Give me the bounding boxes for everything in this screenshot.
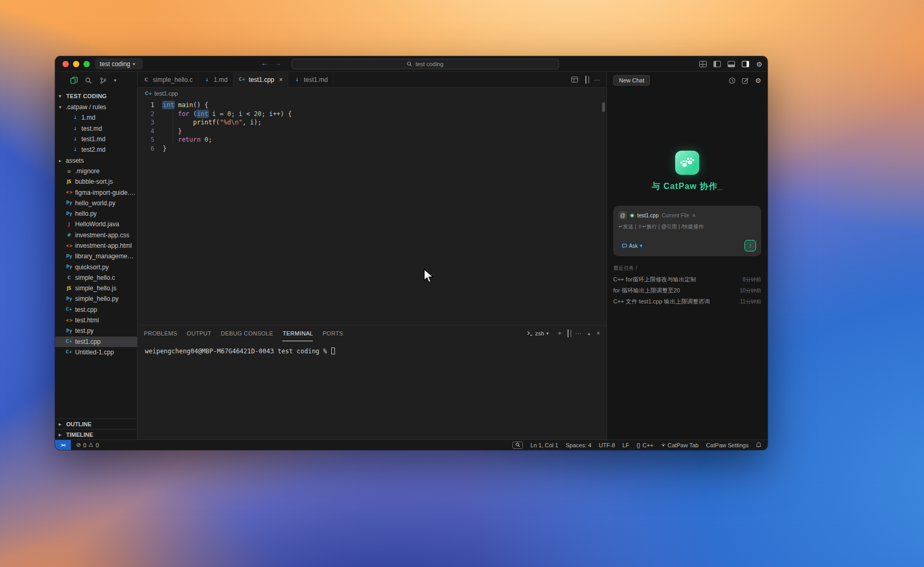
breadcrumb[interactable]: C+ test1.cpp bbox=[138, 88, 606, 99]
encoding[interactable]: UTF-8 bbox=[598, 442, 615, 448]
tree-item[interactable]: C+Untitled-1.cpp bbox=[55, 347, 137, 358]
split-editor-icon[interactable] bbox=[585, 76, 586, 83]
toggle-secondary-sidebar-icon[interactable] bbox=[742, 61, 749, 67]
panel-tab-ports[interactable]: PORTS bbox=[322, 326, 343, 341]
eol[interactable]: LF bbox=[623, 442, 629, 448]
gear-icon[interactable]: ⚙ bbox=[756, 60, 762, 68]
terminal[interactable]: weipengcheng04@MBP-M67G46421D-0043 test … bbox=[138, 341, 606, 439]
file-label: test1.md bbox=[81, 135, 106, 143]
tree-item[interactable]: Csimple_hello.c bbox=[55, 272, 137, 283]
tree-item[interactable]: ↓test2.md bbox=[55, 144, 137, 155]
task-item[interactable]: for 循环输出上限调整至2010分钟前 bbox=[613, 285, 761, 296]
notifications-bell-icon[interactable] bbox=[756, 442, 761, 448]
history-icon[interactable] bbox=[729, 77, 736, 84]
tree-item[interactable]: ↓test.md bbox=[55, 123, 137, 134]
tree-item[interactable]: Pytest.py bbox=[55, 326, 137, 336]
explorer-section-header[interactable]: ▾ TEST CODING bbox=[55, 91, 137, 101]
cursor-position[interactable]: Ln 1, Col 1 bbox=[530, 442, 558, 448]
tree-item[interactable]: C+test1.cpp bbox=[55, 337, 137, 347]
tree-item[interactable]: Pylibrary_management... bbox=[55, 251, 137, 261]
tree-item[interactable]: <>investment-app.html bbox=[55, 240, 137, 251]
close-panel-icon[interactable]: × bbox=[596, 330, 600, 337]
editor-tab[interactable]: Csimple_hello.c× bbox=[138, 72, 198, 88]
tree-item[interactable]: ≡.mignore bbox=[55, 166, 137, 176]
tree-item[interactable]: Pyhello_world.py bbox=[55, 198, 137, 208]
compose-icon[interactable] bbox=[742, 77, 749, 84]
file-tree[interactable]: ▾.catpaw / rules↓1.md↓test.md↓test1.md↓t… bbox=[55, 101, 137, 418]
catpaw-settings-icon[interactable]: ⚙ bbox=[755, 77, 761, 85]
close-window-button[interactable] bbox=[62, 61, 69, 67]
tree-item[interactable]: JSbubble-sort.js bbox=[55, 176, 137, 187]
task-item[interactable]: C++ 文件 test1.cpp 输出上限调整咨询11分钟前 bbox=[613, 296, 761, 307]
vscode-window: test coding ▾ ← → test coding ⚙ bbox=[55, 56, 768, 450]
more-actions-icon[interactable]: ··· bbox=[594, 76, 600, 83]
explorer-icon[interactable] bbox=[70, 77, 78, 85]
customize-layout-icon[interactable] bbox=[699, 61, 707, 67]
catpaw-settings-status[interactable]: CatPaw Settings bbox=[706, 442, 749, 448]
remote-indicator[interactable]: >< bbox=[55, 440, 71, 450]
timeline-section[interactable]: ▸ TIMELINE bbox=[55, 429, 137, 439]
editor-tab[interactable]: ↓1.md× bbox=[198, 72, 234, 88]
editor-scrollbar[interactable] bbox=[602, 102, 605, 112]
back-button[interactable]: ← bbox=[261, 59, 268, 67]
file-label: figma-import-guide.h... bbox=[75, 189, 137, 196]
tree-item[interactable]: Pyhello.py bbox=[55, 208, 137, 219]
terminal-cursor bbox=[331, 348, 335, 354]
tree-item[interactable]: #investment-app.css bbox=[55, 230, 137, 240]
titlebar[interactable]: test coding ▾ ← → test coding ⚙ bbox=[55, 56, 768, 72]
code-editor[interactable]: 1int main() {2 for (int i = 0; i < 20; i… bbox=[138, 99, 606, 325]
tree-item[interactable]: ↓test1.md bbox=[55, 134, 137, 144]
panel-tab-problems[interactable]: PROBLEMS bbox=[144, 326, 177, 341]
tree-item[interactable]: JHelloWorld.java bbox=[55, 219, 137, 229]
tree-item[interactable]: ▸assets bbox=[55, 155, 137, 165]
command-center-search[interactable]: test coding bbox=[291, 59, 559, 69]
panel-more-icon[interactable]: ··· bbox=[575, 330, 581, 337]
new-chat-button[interactable]: New Chat bbox=[613, 75, 650, 86]
views-chevron-down-icon[interactable]: ▾ bbox=[114, 78, 119, 83]
tree-item[interactable]: <>figma-import-guide.h... bbox=[55, 187, 137, 197]
file-label: test.py bbox=[75, 327, 93, 334]
toggle-primary-sidebar-icon[interactable] bbox=[713, 61, 721, 67]
maximize-panel-icon[interactable]: ▴ bbox=[587, 331, 590, 336]
tree-item[interactable]: ↓1.md bbox=[55, 112, 137, 123]
shell-selector[interactable]: zsh ▾ bbox=[527, 330, 551, 337]
zoom-status-button[interactable] bbox=[512, 442, 523, 449]
tree-item[interactable]: ▾.catpaw / rules bbox=[55, 102, 137, 112]
panel-tab-output[interactable]: OUTPUT bbox=[187, 326, 212, 341]
language-mode[interactable]: {} C++ bbox=[636, 442, 653, 448]
panel-tab-debug-console[interactable]: DEBUG CONSOLE bbox=[221, 326, 274, 341]
problems-status[interactable]: ⊘ 0 ⚠ 0 bbox=[76, 442, 99, 448]
panel-header: PROBLEMSOUTPUTDEBUG CONSOLETERMINALPORTS… bbox=[138, 326, 606, 341]
project-menu[interactable]: test coding ▾ bbox=[95, 58, 143, 69]
editor-tab[interactable]: ↓test1.md× bbox=[288, 72, 333, 88]
tree-item[interactable]: Pysimple_hello.py bbox=[55, 293, 137, 304]
forward-button[interactable]: → bbox=[275, 59, 281, 67]
minimize-window-button[interactable] bbox=[73, 61, 79, 67]
mention-button[interactable]: @ bbox=[618, 211, 627, 219]
outline-section[interactable]: ▸ OUTLINE bbox=[55, 418, 137, 429]
new-terminal-icon[interactable]: + bbox=[558, 330, 561, 337]
tree-item[interactable]: Pyquicksort.py bbox=[55, 261, 137, 272]
py-file-icon: Py bbox=[66, 212, 72, 216]
tree-item[interactable]: C+test.cpp bbox=[55, 304, 137, 315]
tree-item[interactable]: <>test.html bbox=[55, 315, 137, 326]
indentation[interactable]: Spaces: 4 bbox=[565, 442, 591, 448]
mode-selector[interactable]: Ask ▾ bbox=[618, 242, 646, 250]
chat-input-card[interactable]: @ ◉ test1.cpp Current File ≡ ↵发送 | ⇧↵换行 … bbox=[613, 206, 761, 256]
close-tab-icon[interactable]: × bbox=[279, 76, 282, 83]
java-file-icon: J bbox=[66, 222, 72, 227]
zoom-window-button[interactable] bbox=[83, 61, 90, 67]
catpaw-tab-status[interactable]: CatPaw Tab bbox=[661, 442, 699, 448]
table-view-icon[interactable] bbox=[571, 77, 578, 82]
panel-tab-terminal[interactable]: TERMINAL bbox=[282, 326, 313, 341]
editor-tab[interactable]: C+test1.cpp× bbox=[234, 72, 289, 88]
send-button[interactable]: ↑ bbox=[744, 240, 756, 251]
tab-strip: Csimple_hello.c×↓1.md×C+test1.cpp×↓test1… bbox=[138, 72, 333, 88]
search-icon[interactable] bbox=[85, 77, 92, 85]
task-item[interactable]: C++ for循环上限修改与输出定制8分钟前 bbox=[613, 274, 761, 285]
source-control-icon[interactable] bbox=[99, 77, 107, 85]
panel-actions: zsh ▾ + ··· ▴ × bbox=[527, 330, 600, 337]
tree-item[interactable]: JSsimple_hello.js bbox=[55, 283, 137, 293]
split-terminal-icon[interactable] bbox=[568, 330, 569, 337]
toggle-panel-icon[interactable] bbox=[728, 61, 735, 67]
